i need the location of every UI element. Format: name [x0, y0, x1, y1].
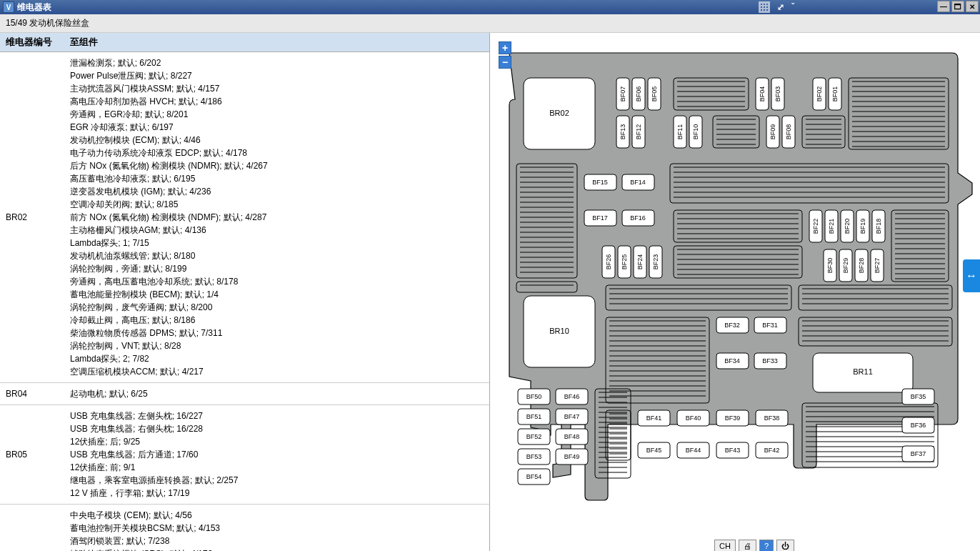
svg-text:BF47: BF47	[564, 413, 580, 420]
svg-text:BF45: BF45	[646, 447, 662, 454]
svg-text:BF30: BF30	[826, 258, 834, 274]
svg-text:BF02: BF02	[816, 86, 823, 102]
relay-components: 起动电机; 默认; 6/25	[70, 387, 484, 400]
svg-text:BF39: BF39	[725, 415, 741, 422]
titlebar: V 维电器表 ⤢ ˇ — 🗖 ✕	[0, 0, 980, 14]
teamviewer-badge-icon[interactable]: ↔	[963, 259, 980, 292]
relay-components: 泄漏检测泵; 默认; 6/202Power Pulse泄压阀; 默认; 8/22…	[70, 56, 484, 378]
svg-text:BF24: BF24	[636, 254, 644, 270]
svg-text:BF03: BF03	[774, 86, 781, 102]
maximize-button[interactable]: 🗖	[951, 1, 964, 12]
relay-table-panel: 维电器编号 至组件 BR02泄漏检测泵; 默认; 6/202Power Puls…	[0, 33, 490, 551]
svg-text:BF28: BF28	[858, 258, 865, 274]
svg-text:BF31: BF31	[762, 322, 778, 329]
svg-text:BF42: BF42	[764, 447, 780, 454]
svg-text:BF19: BF19	[859, 219, 866, 234]
svg-text:BF11: BF11	[676, 124, 684, 140]
minimize-button[interactable]: —	[937, 1, 950, 12]
svg-text:BF14: BF14	[630, 179, 646, 186]
svg-text:BF13: BF13	[619, 124, 626, 140]
help-button[interactable]: ?	[759, 540, 774, 551]
svg-text:BR10: BR10	[549, 327, 569, 335]
table-row[interactable]: BR02泄漏检测泵; 默认; 6/202Power Pulse泄压阀; 默认; …	[0, 52, 489, 383]
svg-text:BF52: BF52	[526, 433, 542, 440]
svg-text:BF22: BF22	[812, 219, 819, 234]
svg-text:BR02: BR02	[549, 109, 569, 117]
column-header-component: 至组件	[70, 36, 98, 49]
relay-id: BR05	[6, 409, 70, 500]
power-icon[interactable]: ⏻	[776, 540, 794, 551]
svg-text:BF01: BF01	[831, 86, 839, 102]
svg-text:BF17: BF17	[592, 214, 608, 222]
svg-text:BF08: BF08	[785, 124, 792, 140]
table-body[interactable]: BR02泄漏检测泵; 默认; 6/202Power Pulse泄压阀; 默认; …	[0, 52, 489, 551]
svg-text:BF09: BF09	[769, 124, 776, 140]
table-header: 维电器编号 至组件	[0, 33, 489, 52]
svg-text:BF44: BF44	[686, 447, 701, 454]
svg-text:BF54: BF54	[526, 473, 542, 480]
svg-text:BF15: BF15	[592, 179, 608, 186]
svg-text:BF06: BF06	[635, 86, 642, 102]
lang-ch-button[interactable]: CH	[714, 540, 736, 551]
zoom-out-button[interactable]: −	[499, 56, 511, 69]
svg-text:BF27: BF27	[874, 258, 881, 274]
svg-text:BF32: BF32	[724, 322, 740, 329]
svg-text:BF12: BF12	[635, 124, 642, 140]
fuse-box-diagram[interactable]: BR02 BF07BF06BF05BF04BF03BF02BF01 BF13BF…	[501, 39, 974, 534]
svg-text:BF49: BF49	[564, 453, 580, 460]
close-button[interactable]: ✕	[966, 1, 979, 12]
svg-text:BF48: BF48	[564, 433, 580, 440]
table-row[interactable]: BR05USB 充电集线器; 左侧头枕; 16/227USB 充电集线器; 右侧…	[0, 405, 489, 505]
svg-text:BF23: BF23	[652, 254, 659, 270]
expand-icon[interactable]: ⤢	[777, 2, 784, 12]
relay-id: BR10	[6, 509, 70, 551]
breadcrumb: 15/49 发动机保险丝盒	[0, 14, 980, 33]
window-title: 维电器表	[17, 1, 51, 14]
svg-text:BF36: BF36	[911, 422, 926, 429]
svg-text:BF04: BF04	[759, 86, 766, 102]
svg-text:BF16: BF16	[630, 214, 646, 222]
svg-text:BF51: BF51	[526, 413, 542, 420]
svg-text:BF33: BF33	[762, 357, 778, 364]
print-icon[interactable]: 🖨	[739, 540, 756, 551]
svg-text:BF10: BF10	[692, 124, 699, 140]
svg-text:BF37: BF37	[911, 450, 926, 457]
relay-components: 中央电子模块 (CEM); 默认; 4/56蓄电池控制开关模块BCSM; 默认;…	[70, 509, 484, 551]
svg-text:BF05: BF05	[651, 86, 658, 102]
app-logo-icon: V	[3, 1, 14, 13]
svg-text:BF07: BF07	[619, 86, 626, 102]
zoom-in-button[interactable]: +	[499, 41, 511, 54]
relay-id: BR02	[6, 56, 70, 378]
svg-text:BF43: BF43	[725, 447, 741, 454]
svg-text:BF34: BF34	[724, 357, 740, 364]
svg-text:BF40: BF40	[686, 415, 701, 422]
svg-text:BF18: BF18	[875, 219, 882, 234]
svg-text:BF35: BF35	[911, 393, 926, 400]
relay-components: USB 充电集线器; 左侧头枕; 16/227USB 充电集线器; 右侧头枕; …	[70, 409, 484, 500]
svg-text:BF53: BF53	[526, 453, 542, 460]
chevron-down-icon[interactable]: ˇ	[791, 2, 794, 12]
svg-text:BF46: BF46	[564, 393, 580, 400]
relay-id: BR04	[6, 387, 70, 400]
svg-text:BF38: BF38	[764, 415, 780, 422]
table-row[interactable]: BR04起动电机; 默认; 6/25	[0, 383, 489, 405]
table-row[interactable]: BR10中央电子模块 (CEM); 默认; 4/56蓄电池控制开关模块BCSM;…	[0, 505, 489, 551]
svg-text:BF26: BF26	[605, 254, 612, 270]
svg-text:BF50: BF50	[526, 393, 542, 400]
svg-text:BR11: BR11	[853, 367, 873, 376]
svg-text:BF20: BF20	[844, 219, 851, 234]
svg-text:BF25: BF25	[621, 254, 628, 270]
svg-text:BF21: BF21	[828, 219, 835, 234]
grid-icon[interactable]	[759, 1, 770, 13]
column-header-id: 维电器编号	[6, 36, 70, 49]
diagram-panel: + − BR02 BF07BF06BF05BF04BF03BF02BF01 BF…	[490, 33, 980, 551]
svg-text:BF41: BF41	[646, 415, 662, 422]
svg-text:BF29: BF29	[842, 258, 849, 274]
